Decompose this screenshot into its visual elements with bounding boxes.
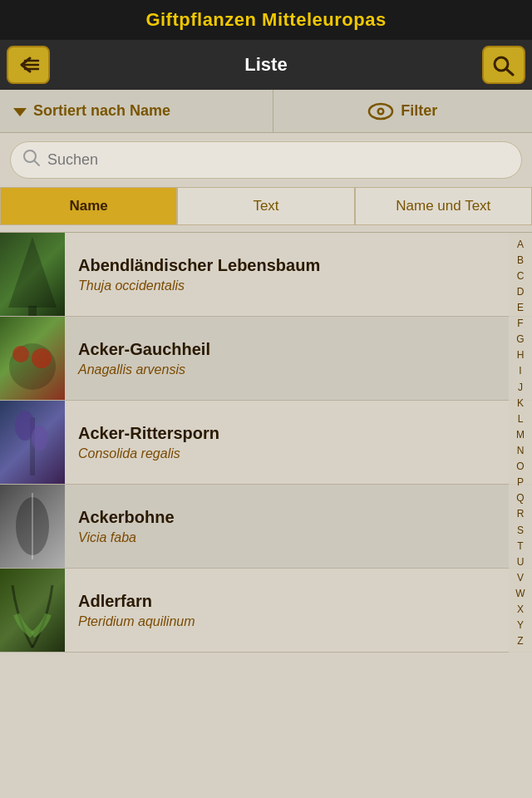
plant-latin-name: Anagallis arvensis xyxy=(78,362,519,377)
search-input[interactable] xyxy=(47,151,510,169)
sort-dropdown-icon xyxy=(13,108,27,116)
plant-name: Adlerfarn xyxy=(78,592,519,611)
plant-thumbnail xyxy=(0,485,65,568)
alpha-letter-b[interactable]: B xyxy=(517,255,524,265)
alpha-letter-h[interactable]: H xyxy=(517,350,525,360)
svg-marker-10 xyxy=(8,237,57,308)
back-menu-icon xyxy=(15,53,42,76)
search-input-icon xyxy=(22,149,41,171)
app-title: Giftpflanzen Mitteleuropas xyxy=(145,9,386,31)
list-item[interactable]: Acker-GauchheilAnagallis arvensis xyxy=(0,317,532,401)
nav-bar: Liste xyxy=(0,40,532,90)
alpha-letter-g[interactable]: G xyxy=(516,334,524,344)
plant-name: Acker-Rittersporn xyxy=(78,424,519,443)
sort-section[interactable]: Sortiert nach Name xyxy=(0,90,273,132)
back-menu-button[interactable] xyxy=(7,46,50,84)
alpha-letter-t[interactable]: T xyxy=(517,541,523,551)
plant-info: Acker-GauchheilAnagallis arvensis xyxy=(65,317,532,400)
alpha-letter-r[interactable]: R xyxy=(517,509,525,519)
svg-point-13 xyxy=(12,346,29,362)
nav-title: Liste xyxy=(244,54,287,76)
plant-thumbnail xyxy=(0,317,65,400)
plant-info: AckerbohneVicia faba xyxy=(65,485,532,568)
alpha-letter-l[interactable]: L xyxy=(518,414,524,424)
alpha-letter-a[interactable]: A xyxy=(517,239,524,249)
svg-point-14 xyxy=(32,348,52,368)
svg-point-7 xyxy=(379,110,382,113)
list-item[interactable]: AdlerfarnPteridium aquilinum xyxy=(0,569,532,653)
plant-list: Abendländischer LebensbaumThuja occident… xyxy=(0,233,532,653)
svg-line-4 xyxy=(506,69,513,75)
alpha-letter-k[interactable]: K xyxy=(517,398,524,408)
plant-name: Ackerbohne xyxy=(78,508,519,527)
alpha-letter-u[interactable]: U xyxy=(517,557,525,567)
alpha-letter-x[interactable]: X xyxy=(517,604,524,614)
plant-latin-name: Pteridium aquilinum xyxy=(78,614,519,629)
search-input-wrap xyxy=(10,141,522,179)
alpha-letter-o[interactable]: O xyxy=(516,461,524,471)
alpha-letter-s[interactable]: S xyxy=(517,525,524,535)
plant-items-container: Abendländischer LebensbaumThuja occident… xyxy=(0,233,532,653)
alpha-letter-v[interactable]: V xyxy=(517,573,524,583)
alpha-letter-m[interactable]: M xyxy=(516,430,525,440)
sort-label: Sortiert nach Name xyxy=(33,102,170,120)
filter-eye-icon xyxy=(367,102,394,121)
alpha-letter-j[interactable]: J xyxy=(518,382,523,392)
tab-name[interactable]: Name xyxy=(0,187,177,225)
plant-info: Abendländischer LebensbaumThuja occident… xyxy=(65,233,532,316)
alpha-letter-q[interactable]: Q xyxy=(516,493,524,503)
tab-text[interactable]: Text xyxy=(177,187,354,225)
app-title-bar: Giftpflanzen Mitteleuropas xyxy=(0,0,532,40)
plant-info: AdlerfarnPteridium aquilinum xyxy=(65,569,532,652)
plant-thumbnail xyxy=(0,569,65,652)
filter-label: Filter xyxy=(401,102,437,120)
plant-thumbnail xyxy=(0,401,65,484)
plant-thumbnail xyxy=(0,233,65,316)
alpha-letter-n[interactable]: N xyxy=(517,446,525,456)
list-item[interactable]: Abendländischer LebensbaumThuja occident… xyxy=(0,233,532,317)
list-item[interactable]: AckerbohneVicia faba xyxy=(0,485,532,569)
alpha-letter-e[interactable]: E xyxy=(517,303,524,313)
alpha-letter-w[interactable]: W xyxy=(515,589,525,598)
svg-rect-11 xyxy=(28,306,37,316)
alpha-letter-d[interactable]: D xyxy=(517,287,525,297)
alpha-letter-p[interactable]: P xyxy=(517,477,524,487)
plant-latin-name: Consolida regalis xyxy=(78,446,519,461)
alpha-letter-i[interactable]: I xyxy=(519,366,521,376)
alpha-index: ABCDEFGHIJKLMNOPQRSTUVWXYZ xyxy=(509,233,532,653)
search-button[interactable] xyxy=(482,46,525,84)
plant-info: Acker-RitterspornConsolida regalis xyxy=(65,401,532,484)
list-item[interactable]: Acker-RitterspornConsolida regalis xyxy=(0,401,532,485)
alpha-letter-f[interactable]: F xyxy=(517,318,523,328)
svg-point-17 xyxy=(32,426,48,451)
plant-latin-name: Vicia faba xyxy=(78,530,519,545)
tab-name-und-text[interactable]: Name und Text xyxy=(355,187,532,225)
alpha-letter-z[interactable]: Z xyxy=(517,636,523,646)
filter-section[interactable]: Filter xyxy=(273,90,533,132)
sort-filter-bar: Sortiert nach Name Filter xyxy=(0,90,532,133)
search-nav-icon xyxy=(490,53,517,76)
plant-name: Acker-Gauchheil xyxy=(78,340,519,359)
search-tabs: Name Text Name und Text xyxy=(0,187,532,233)
plant-name: Abendländischer Lebensbaum xyxy=(78,256,519,275)
alpha-letter-c[interactable]: C xyxy=(517,271,525,281)
alpha-letter-y[interactable]: Y xyxy=(517,620,524,630)
search-bar xyxy=(0,133,532,187)
svg-line-9 xyxy=(34,160,39,165)
plant-latin-name: Thuja occidentalis xyxy=(78,278,519,293)
